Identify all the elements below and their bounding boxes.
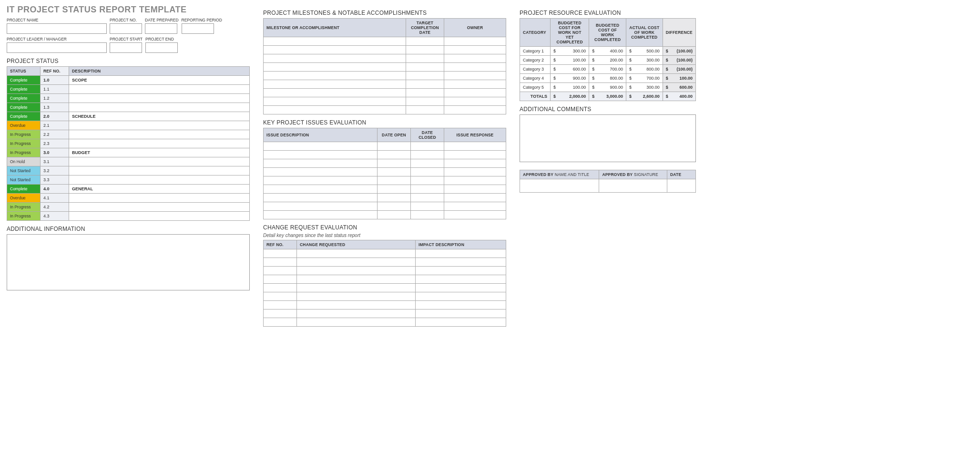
project-no-input[interactable] xyxy=(110,23,142,34)
desc-cell[interactable] xyxy=(69,103,250,112)
table-row[interactable] xyxy=(264,37,506,46)
table-row[interactable] xyxy=(264,151,506,159)
status-cell[interactable]: Complete xyxy=(7,85,41,94)
status-cell[interactable]: Overdue xyxy=(7,121,41,130)
label-project-no: PROJECT NO. xyxy=(110,18,142,22)
project-name-input[interactable] xyxy=(7,23,107,34)
table-row[interactable] xyxy=(264,72,506,80)
status-cell[interactable]: Complete xyxy=(7,185,41,194)
project-status-heading: PROJECT STATUS xyxy=(7,58,250,64)
table-row: In Progress3.0BUDGET xyxy=(7,148,250,157)
status-cell[interactable]: In Progress xyxy=(7,203,41,212)
table-row[interactable] xyxy=(264,202,506,211)
ref-cell: 2.1 xyxy=(41,121,69,130)
table-row: Category 1$300.00$400.00$500.00$(100.00) xyxy=(520,47,696,56)
status-cell[interactable]: Complete xyxy=(7,94,41,103)
desc-cell[interactable] xyxy=(69,157,250,166)
table-row[interactable] xyxy=(264,80,506,89)
desc-cell[interactable] xyxy=(69,85,250,94)
th-approved-name: APPROVED BY NAME AND TITLE xyxy=(520,170,599,179)
status-cell[interactable]: In Progress xyxy=(7,148,41,157)
status-cell[interactable]: Not Started xyxy=(7,166,41,175)
table-row[interactable] xyxy=(264,211,506,219)
desc-cell[interactable] xyxy=(69,194,250,203)
table-row[interactable] xyxy=(264,267,506,275)
status-cell[interactable]: Complete xyxy=(7,76,41,85)
table-row: In Progress4.2 xyxy=(7,203,250,212)
th-date-closed: DATE CLOSED xyxy=(411,128,444,142)
desc-cell[interactable]: BUDGET xyxy=(69,148,250,157)
label-project-name: PROJECT NAME xyxy=(7,18,107,22)
date-prepared-input[interactable] xyxy=(145,23,177,34)
label-project-start: PROJECT START xyxy=(110,37,143,41)
additional-info-heading: ADDITIONAL INFORMATION xyxy=(7,226,250,232)
status-cell[interactable]: In Progress xyxy=(7,139,41,148)
table-row[interactable] xyxy=(264,292,506,301)
status-cell[interactable]: Not Started xyxy=(7,175,41,185)
reporting-period-input[interactable] xyxy=(182,23,214,34)
table-row[interactable] xyxy=(264,106,506,114)
table-row[interactable] xyxy=(264,168,506,176)
table-row: Not Started3.2 xyxy=(7,166,250,175)
table-row[interactable] xyxy=(264,97,506,106)
desc-cell[interactable] xyxy=(69,212,250,221)
desc-cell[interactable]: SCHEDULE xyxy=(69,112,250,121)
table-row[interactable] xyxy=(264,54,506,63)
project-start-input[interactable] xyxy=(110,42,142,53)
table-row[interactable] xyxy=(264,194,506,202)
status-cell[interactable]: Complete xyxy=(7,103,41,112)
th-change-ref: REF NO. xyxy=(264,240,297,249)
desc-cell[interactable]: GENERAL xyxy=(69,185,250,194)
table-row: Complete1.1 xyxy=(7,85,250,94)
status-cell[interactable]: Overdue xyxy=(7,194,41,203)
desc-cell[interactable] xyxy=(69,121,250,130)
table-row[interactable] xyxy=(264,185,506,194)
table-row[interactable] xyxy=(264,63,506,72)
additional-comments-textarea[interactable] xyxy=(520,114,696,162)
status-cell[interactable]: In Progress xyxy=(7,212,41,221)
budget-ny-cell: $600.00 xyxy=(551,65,589,74)
issues-heading: KEY PROJECT ISSUES EVALUATION xyxy=(263,119,506,126)
table-row[interactable] xyxy=(264,46,506,54)
desc-cell[interactable] xyxy=(69,94,250,103)
table-row[interactable] xyxy=(264,284,506,292)
status-cell[interactable]: In Progress xyxy=(7,130,41,139)
ref-cell: 2.2 xyxy=(41,130,69,139)
table-row[interactable] xyxy=(264,159,506,168)
desc-cell[interactable] xyxy=(69,139,250,148)
ref-cell: 3.2 xyxy=(41,166,69,175)
th-target-date: TARGET COMPLETION DATE xyxy=(406,19,444,37)
changes-table: REF NO. CHANGE REQUESTED IMPACT DESCRIPT… xyxy=(263,240,506,327)
status-cell[interactable]: On Hold xyxy=(7,157,41,166)
table-row[interactable] xyxy=(264,89,506,97)
diff-cell: $(100.00) xyxy=(663,56,695,65)
status-cell[interactable]: Complete xyxy=(7,112,41,121)
ref-cell: 1.3 xyxy=(41,103,69,112)
project-end-input[interactable] xyxy=(145,42,178,53)
table-row[interactable] xyxy=(264,142,506,151)
table-row[interactable] xyxy=(264,275,506,284)
approval-row[interactable] xyxy=(520,179,696,193)
label-reporting-period: REPORTING PERIOD xyxy=(182,18,222,22)
desc-cell[interactable] xyxy=(69,175,250,185)
budget-ny-cell: $900.00 xyxy=(551,74,589,83)
desc-cell[interactable] xyxy=(69,203,250,212)
desc-cell[interactable] xyxy=(69,130,250,139)
table-row[interactable] xyxy=(264,176,506,185)
budget-ny-cell: $300.00 xyxy=(551,47,589,56)
table-row[interactable] xyxy=(264,310,506,318)
project-leader-input[interactable] xyxy=(7,42,107,53)
approval-table: APPROVED BY NAME AND TITLE APPROVED BY S… xyxy=(520,170,696,193)
milestones-table: MILESTONE OR ACCOMPLISHMENT TARGET COMPL… xyxy=(263,18,506,114)
table-row[interactable] xyxy=(264,258,506,267)
desc-cell[interactable] xyxy=(69,166,250,175)
budget-c-cell: $800.00 xyxy=(589,74,626,83)
ref-cell: 1.0 xyxy=(41,76,69,85)
table-row[interactable] xyxy=(264,318,506,327)
category-cell: Category 4 xyxy=(520,74,551,83)
table-row[interactable] xyxy=(264,301,506,310)
additional-info-textarea[interactable] xyxy=(7,234,250,290)
table-row[interactable] xyxy=(264,249,506,258)
desc-cell[interactable]: SCOPE xyxy=(69,76,250,85)
table-row: Complete4.0GENERAL xyxy=(7,185,250,194)
